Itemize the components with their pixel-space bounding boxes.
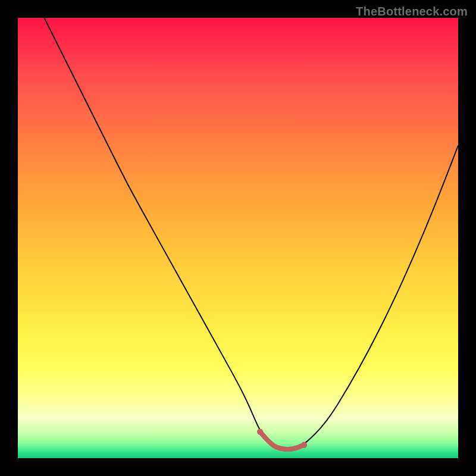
highlight-dot-left <box>257 428 263 434</box>
optimal-range-highlight <box>260 432 304 450</box>
watermark-text: TheBottleneck.com <box>356 5 468 18</box>
highlight-dot-right <box>301 442 307 448</box>
bottleneck-curve-path <box>44 18 458 449</box>
plot-area <box>18 18 458 458</box>
curve-svg <box>18 18 458 458</box>
